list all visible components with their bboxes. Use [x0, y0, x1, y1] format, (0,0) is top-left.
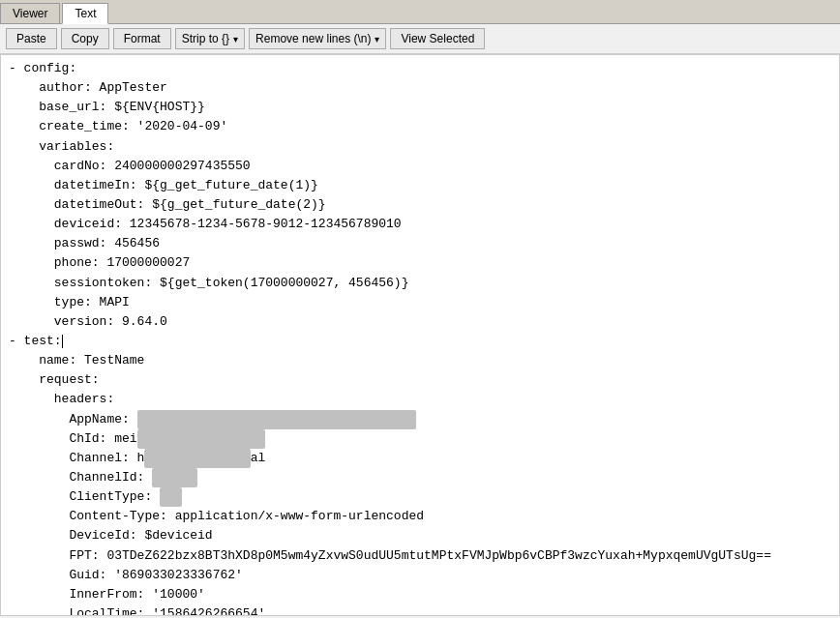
strip-dropdown-arrow: ▾ [233, 34, 238, 44]
view-selected-button[interactable]: View Selected [390, 28, 485, 49]
code-line-5: variables: [9, 137, 831, 157]
format-button[interactable]: Format [113, 28, 171, 49]
code-line-6: cardNo: 240000000297435550 [9, 157, 831, 176]
code-content[interactable]: - config: author: AppTester base_url: ${… [0, 54, 840, 616]
redacted-appname [137, 410, 417, 429]
code-line-12: sessiontoken: ${get_token(17000000027, 4… [9, 274, 831, 293]
code-line-13: type: MAPI [9, 293, 831, 312]
code-line-26: FPT: 03TDeZ622bzx8BT3hXD8p0M5wm4yZxvwS0u… [9, 546, 831, 566]
copy-button[interactable]: Copy [61, 28, 109, 49]
code-line-27: Guid: '869033023336762' [9, 566, 831, 585]
tab-bar: Viewer Text [0, 0, 840, 24]
code-line-10: passwd: 456456 [9, 234, 831, 253]
text-cursor [62, 335, 63, 348]
code-line-22: ChannelId: [9, 468, 831, 487]
code-line-3: base_url: ${ENV{HOST}} [9, 98, 831, 117]
code-line-7: datetimeIn: ${g_get_future_date(1)} [9, 176, 831, 195]
code-line-23: ClientType: [9, 487, 831, 507]
redacted-channel [144, 449, 250, 468]
tab-text[interactable]: Text [62, 3, 108, 24]
code-line-1: - config: [9, 59, 831, 78]
code-line-24: Content-Type: application/x-www-form-url… [9, 507, 831, 526]
code-line-28: InnerFrom: '10000' [9, 585, 831, 604]
redacted-clienttype [160, 487, 182, 507]
code-line-21: Channel: h al [9, 449, 831, 468]
code-line-19: AppName: [9, 410, 831, 429]
code-line-20: ChId: mei [9, 429, 831, 449]
code-line-17: request: [9, 370, 831, 390]
remove-newlines-dropdown[interactable]: Remove new lines (\n) ▾ [249, 28, 386, 49]
code-line-14: version: 9.64.0 [9, 312, 831, 332]
code-line-25: DeviceId: $deviceid [9, 526, 831, 545]
remove-newlines-arrow: ▾ [375, 34, 379, 44]
redacted-chid [137, 429, 266, 449]
paste-button[interactable]: Paste [6, 28, 57, 49]
toolbar: Paste Copy Format Strip to {} ▾ Remove n… [0, 24, 840, 54]
code-line-8: datetimeOut: ${g_get_future_date(2)} [9, 195, 831, 215]
code-line-15: - test: [9, 332, 831, 351]
tab-viewer[interactable]: Viewer [0, 3, 60, 23]
code-line-9: deviceid: 12345678-1234-5678-9012-123456… [9, 215, 831, 234]
code-line-18: headers: [9, 390, 831, 409]
code-line-29: LocalTime: '1586426266654' [9, 604, 831, 616]
code-line-2: author: AppTester [9, 78, 831, 98]
code-line-11: phone: 17000000027 [9, 253, 831, 273]
redacted-channelid [152, 468, 197, 487]
strip-dropdown[interactable]: Strip to {} ▾ [175, 28, 245, 49]
code-line-16: name: TestName [9, 351, 831, 370]
code-line-4: create_time: '2020-04-09' [9, 117, 831, 136]
